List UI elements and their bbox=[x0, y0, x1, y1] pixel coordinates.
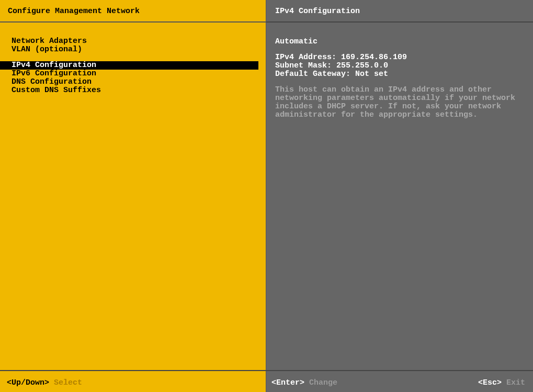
footer-updown-action: Select bbox=[54, 378, 82, 387]
footer-esc-group: <Esc> Exit bbox=[478, 378, 525, 392]
footer-updown-key: <Up/Down> bbox=[7, 378, 49, 387]
footer-enter-group: <Enter> Change bbox=[271, 378, 337, 392]
menu-group-1: Network Adapters VLAN (optional) bbox=[0, 37, 266, 54]
left-panel-title: Configure Management Network bbox=[0, 0, 266, 21]
menu-group-2: IPv4 Configuration IPv6 Configuration DN… bbox=[0, 61, 266, 95]
default-gateway-label: Default Gateway: bbox=[275, 70, 350, 79]
footer-esc-action: Exit bbox=[506, 378, 525, 387]
menu-item-ipv4-configuration[interactable]: IPv4 Configuration bbox=[0, 61, 258, 70]
right-panel-body: Automatic IPv4 Address: 169.254.86.109 S… bbox=[266, 21, 533, 370]
ipv4-address-value: 169.254.86.109 bbox=[341, 53, 407, 62]
footer-enter-key[interactable]: <Enter> bbox=[271, 378, 304, 387]
menu-item-vlan[interactable]: VLAN (optional) bbox=[0, 46, 266, 54]
left-panel: Configure Management Network Network Ada… bbox=[0, 0, 266, 370]
footer: <Up/Down> Select <Enter> Change <Esc> Ex… bbox=[0, 370, 533, 392]
config-mode-label: Automatic bbox=[275, 37, 524, 46]
menu-item-dns-configuration[interactable]: DNS Configuration bbox=[0, 78, 266, 86]
right-panel-title: IPv4 Configuration bbox=[266, 0, 533, 21]
subnet-mask-line: Subnet Mask: 255.255.0.0 bbox=[275, 62, 524, 70]
footer-esc-key[interactable]: <Esc> bbox=[478, 378, 502, 387]
footer-right: <Enter> Change <Esc> Exit bbox=[266, 371, 533, 392]
default-gateway-line: Default Gateway: Not set bbox=[275, 70, 524, 79]
footer-enter-action: Change bbox=[309, 378, 337, 387]
menu-item-custom-dns-suffixes[interactable]: Custom DNS Suffixes bbox=[0, 86, 266, 95]
default-gateway-value: Not set bbox=[355, 70, 388, 79]
subnet-mask-label: Subnet Mask: bbox=[275, 61, 332, 70]
left-panel-body: Network Adapters VLAN (optional) IPv4 Co… bbox=[0, 21, 266, 370]
right-panel: IPv4 Configuration Automatic IPv4 Addres… bbox=[266, 0, 533, 370]
help-text: This host can obtain an IPv4 address and… bbox=[275, 86, 524, 119]
subnet-mask-value: 255.255.0.0 bbox=[336, 61, 388, 70]
menu-item-network-adapters[interactable]: Network Adapters bbox=[0, 37, 266, 46]
app-root: Configure Management Network Network Ada… bbox=[0, 0, 533, 392]
ipv4-address-line: IPv4 Address: 169.254.86.109 bbox=[275, 53, 524, 62]
network-info-block: IPv4 Address: 169.254.86.109 Subnet Mask… bbox=[275, 53, 524, 79]
menu-item-ipv6-configuration[interactable]: IPv6 Configuration bbox=[0, 70, 266, 78]
ipv4-address-label: IPv4 Address: bbox=[275, 53, 336, 62]
main-area: Configure Management Network Network Ada… bbox=[0, 0, 533, 370]
footer-left: <Up/Down> Select bbox=[0, 371, 266, 392]
